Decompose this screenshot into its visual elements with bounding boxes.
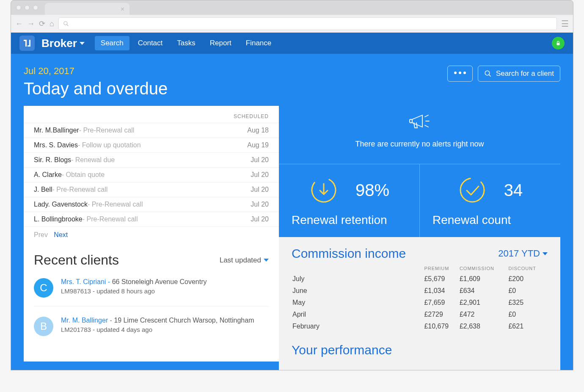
client-address: 66 Stoneleigh Avenue Coventry: [112, 278, 207, 285]
schedule-header: SCHEDULED: [24, 106, 279, 123]
schedule-row[interactable]: L. Bollingbrooke - Pre-Renewal callJul 2…: [24, 212, 279, 227]
cell-discount: £0: [508, 285, 547, 296]
megaphone-icon: [408, 111, 432, 132]
schedule-name: A. Clarke: [34, 171, 62, 179]
chevron-down-icon: [264, 259, 269, 262]
commission-row: May£7,659£2,901£325: [292, 297, 547, 308]
sort-label: Last updated: [220, 256, 261, 265]
cell-premium: £7,659: [424, 297, 459, 308]
client-row[interactable]: BMr. M. Ballinger - 19 Lime Crescent Chu…: [34, 317, 269, 345]
brand-dropdown[interactable]: Broker: [41, 37, 85, 50]
retention-value: 98%: [355, 181, 389, 200]
client-address: 19 Lime Crescent Church Warsop, Nottingh…: [114, 317, 254, 324]
schedule-row[interactable]: Mrs. S. Davies - Follow up quotationAug …: [24, 138, 279, 153]
client-meta: LM201783 - updated 4 days ago: [61, 326, 254, 333]
schedule-task: - Pre-Renewal call: [83, 215, 138, 223]
svg-point-5: [463, 72, 466, 74]
svg-rect-8: [410, 119, 412, 123]
schedule-date: Jul 20: [251, 156, 269, 164]
cell-month: June: [292, 285, 423, 296]
schedule-name: Sir. R. Blogs: [34, 156, 71, 164]
nav-tab-tasks[interactable]: Tasks: [171, 36, 201, 50]
schedule-task: - Follow up quotation: [78, 141, 141, 149]
schedule-task: - Pre-Renewal call: [52, 186, 108, 193]
schedule-card: SCHEDULED Mr. M.Ballinger - Pre-Renewal …: [24, 106, 279, 247]
app-logo[interactable]: [19, 36, 35, 51]
search-icon: [484, 70, 492, 77]
schedule-name: Mrs. S. Davies: [34, 141, 78, 149]
traffic-lights: [16, 5, 38, 10]
client-row[interactable]: CMrs. T. Cipriani - 66 Stoneleigh Avenue…: [34, 278, 269, 306]
schedule-task: - Pre-Renewal call: [88, 201, 143, 208]
pager-prev: Prev: [34, 231, 48, 238]
commission-panel: Commission income 2017 YTD PREMIUM COMMI…: [279, 237, 560, 370]
forward-icon[interactable]: →: [27, 19, 35, 28]
url-bar[interactable]: [58, 17, 557, 30]
kpi-row: 98% Renewal retention 34: [279, 164, 560, 237]
svg-line-7: [489, 75, 491, 77]
schedule-row[interactable]: A. Clarke - Obtain quoteJul 20: [24, 168, 279, 182]
nav-tab-finance[interactable]: Finance: [240, 36, 277, 50]
cell-premium: £2729: [424, 309, 459, 320]
brand-label: Broker: [41, 37, 77, 50]
search-client-button[interactable]: Search for a client: [478, 66, 560, 82]
more-actions-button[interactable]: [447, 66, 473, 82]
browser-toolbar: ← → ⟳ ⌂ ☰: [11, 15, 573, 33]
avatar: B: [34, 317, 53, 336]
svg-point-4: [459, 72, 461, 74]
col-premium: PREMIUM: [424, 266, 459, 273]
period-dropdown[interactable]: 2017 YTD: [498, 248, 548, 259]
back-icon[interactable]: ←: [15, 19, 23, 28]
logo-icon: [22, 38, 32, 48]
reload-icon[interactable]: ⟳: [39, 19, 45, 28]
lock-badge[interactable]: [552, 37, 565, 50]
cell-commission: £634: [460, 285, 508, 296]
performance-title: Your performance: [292, 343, 548, 357]
cell-premium: £1,034: [424, 285, 459, 296]
close-icon[interactable]: ×: [121, 6, 124, 13]
home-icon[interactable]: ⌂: [50, 19, 54, 28]
hero: Jul 20, 2017 Today and overdue Search fo…: [11, 54, 573, 370]
client-name-link[interactable]: Mrs. T. Cipriani -: [61, 278, 110, 285]
schedule-name: L. Bollingbrooke: [34, 215, 83, 223]
cell-commission: £2,901: [460, 297, 508, 308]
svg-point-0: [64, 22, 67, 25]
commission-row: June£1,034£634£0: [292, 285, 547, 296]
cell-commission: £1,609: [460, 273, 508, 284]
app-header: Broker SearchContactTasksReportFinance: [11, 33, 573, 54]
schedule-row[interactable]: Lady. Gavenstock - Pre-Renewal callJul 2…: [24, 197, 279, 212]
pager-next[interactable]: Next: [54, 231, 68, 238]
chevron-down-icon: [80, 42, 85, 45]
nav-tab-report[interactable]: Report: [204, 36, 237, 50]
count-value: 34: [504, 181, 523, 200]
schedule-task: - Obtain quote: [62, 171, 105, 179]
cell-commission: £2,638: [460, 321, 508, 332]
cell-commission: £472: [460, 309, 508, 320]
commission-title: Commission income: [292, 246, 406, 261]
cell-discount: £325: [508, 297, 547, 308]
schedule-date: Aug 19: [247, 141, 269, 149]
cell-premium: £10,679: [424, 321, 459, 332]
sort-dropdown[interactable]: Last updated: [220, 256, 269, 265]
nav-tab-contact[interactable]: Contact: [132, 36, 169, 50]
schedule-name: Lady. Gavenstock: [34, 201, 88, 208]
chevron-down-icon: [543, 252, 548, 255]
count-icon: [457, 175, 487, 205]
nav-tab-search[interactable]: Search: [95, 36, 129, 50]
recent-clients: Recent clients Last updated CMrs. T. Cip…: [24, 247, 279, 362]
browser-tab[interactable]: ×: [45, 3, 129, 15]
schedule-row[interactable]: Sir. R. Blogs - Renewal dueJul 20: [24, 153, 279, 168]
lock-icon: [555, 40, 561, 46]
schedule-row[interactable]: J. Bell - Pre-Renewal callJul 20: [24, 182, 279, 197]
schedule-date: Jul 20: [251, 215, 269, 223]
svg-rect-2: [557, 43, 560, 45]
cell-discount: £200: [508, 273, 547, 284]
schedule-row[interactable]: Mr. M.Ballinger - Pre-Renewal callAug 18: [24, 123, 279, 138]
svg-point-6: [485, 71, 490, 75]
schedule-date: Jul 20: [251, 201, 269, 208]
menu-icon[interactable]: ☰: [561, 19, 569, 29]
svg-line-1: [67, 25, 69, 26]
client-name-link[interactable]: Mr. M. Ballinger -: [61, 317, 112, 324]
cell-month: April: [292, 309, 423, 320]
schedule-task: - Pre-Renewal call: [79, 127, 135, 134]
